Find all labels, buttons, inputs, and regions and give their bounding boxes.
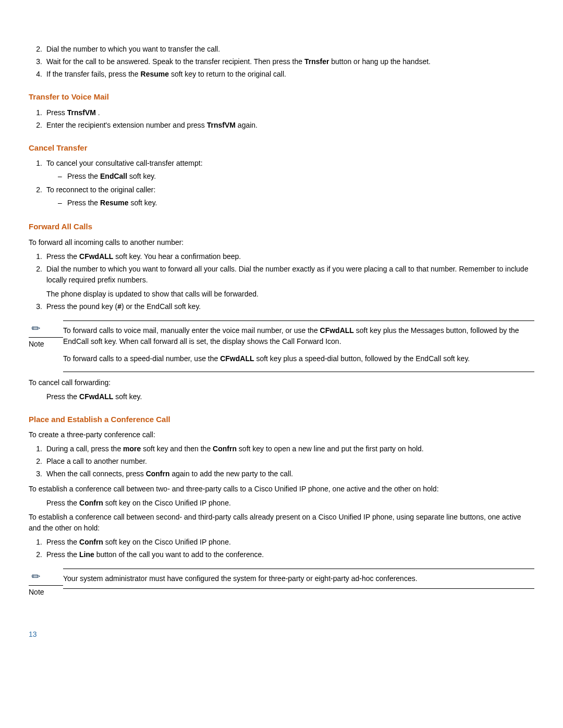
note-body: To forward calls to voice mail, manually…: [63, 320, 534, 372]
pencil-icon: ✎: [28, 319, 45, 337]
conf-establish-a: To establish a conference call between t…: [29, 484, 534, 495]
pencil-icon: ✎: [28, 567, 45, 585]
conf-establish-b-steps: 1. Press the Confrn soft key on the Cisc…: [29, 537, 534, 560]
heading-cancel-transfer: Cancel Transfer: [29, 142, 534, 154]
note-forward: ✎ Note To forward calls to voice mail, m…: [29, 320, 534, 372]
list-marker: 4.: [29, 69, 46, 80]
transfer-vm-steps: 1. Press TrnsfVM . 2. Enter the recipien…: [29, 107, 534, 131]
transfer-steps-continued: 2. Dial the number to which you want to …: [29, 44, 534, 80]
cancel-transfer-steps: 1. To cancel your consultative call-tran…: [29, 158, 534, 209]
list-marker: 2.: [29, 44, 46, 55]
list-marker: 3.: [29, 56, 46, 67]
conf-establish-b: To establish a conference call between s…: [29, 512, 534, 534]
substep-text: Press the EndCall soft key.: [67, 171, 156, 182]
step-text: Place a call to another number.: [46, 456, 534, 467]
cancel-forward-step: Press the CFwdALL soft key.: [46, 391, 534, 402]
heading-transfer-voicemail: Transfer to Voice Mail: [29, 91, 534, 103]
cancel-forward-intro: To cancel call forwarding:: [29, 377, 534, 388]
step-text: Dial the number to which you want to tra…: [46, 44, 534, 55]
step-text: If the transfer fails, press the Resume …: [46, 69, 534, 80]
step-text: Dial the number to which you want to for…: [46, 264, 534, 300]
substep-text: Press the Resume soft key.: [67, 198, 157, 208]
step-text: Press the CFwdALL soft key. You hear a c…: [46, 251, 534, 262]
step-text: To reconnect to the original caller: – P…: [46, 184, 534, 209]
step-text: When the call connects, press Confrn aga…: [46, 468, 534, 479]
step-text: During a call, press the more soft key a…: [46, 443, 534, 454]
heading-forward-all: Forward All Calls: [29, 221, 534, 233]
note-label: Note: [29, 585, 63, 598]
step-text: To cancel your consultative call-transfe…: [46, 158, 534, 183]
forward-intro: To forward all incoming calls to another…: [29, 237, 534, 248]
step-text: Press TrnsfVM .: [46, 107, 534, 118]
step-text: Press the pound key (#) or the EndCall s…: [46, 301, 534, 312]
conf-steps: 1. During a call, press the more soft ke…: [29, 443, 534, 479]
step-text: Press the Line button of the call you wa…: [46, 549, 534, 560]
page-number: 13: [29, 629, 534, 640]
step-text: Press the Confrn soft key on the Cisco U…: [46, 537, 534, 548]
conf-intro: To create a three-party conference call:: [29, 429, 534, 440]
conf-establish-a-step: Press the Confrn soft key on the Cisco U…: [46, 498, 534, 509]
note-label: Note: [29, 337, 63, 350]
step-text: Enter the recipient's extension number a…: [46, 120, 534, 131]
heading-conference: Place and Establish a Conference Call: [29, 414, 534, 426]
step-text: Wait for the call to be answered. Speak …: [46, 56, 534, 67]
forward-steps: 1. Press the CFwdALL soft key. You hear …: [29, 251, 534, 312]
note-conference: ✎ Note Your system administrator must ha…: [29, 569, 534, 598]
note-body: Your system administrator must have conf…: [63, 569, 534, 589]
